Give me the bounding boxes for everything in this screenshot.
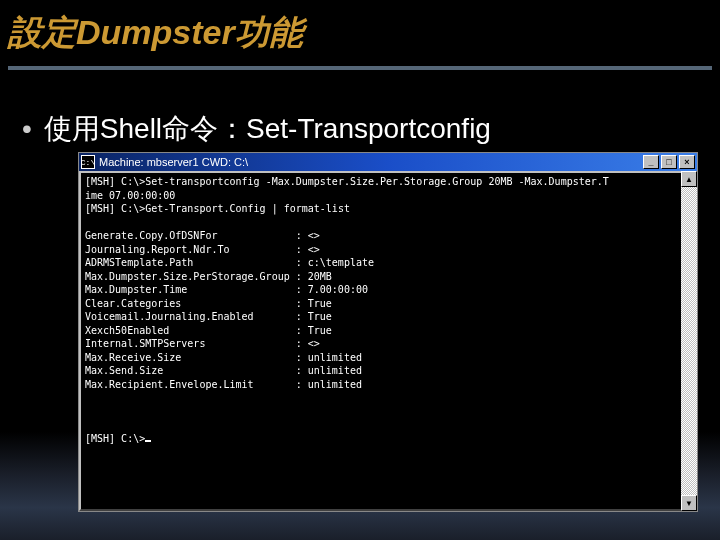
close-button[interactable]: × (679, 155, 695, 169)
slide-title: 設定Dumpster功能 (0, 0, 720, 56)
minimize-button[interactable]: _ (643, 155, 659, 169)
window-titlebar[interactable]: C:\ Machine: mbserver1 CWD: C:\ _ □ × (79, 153, 697, 171)
console-body[interactable]: [MSH] C:\>Set-transportconfig -Max.Dumps… (79, 171, 697, 511)
cmd2: Get-Transport.Config | format-list (145, 203, 350, 214)
cmd1: Set-transportconfig -Max.Dumpster.Size.P… (145, 176, 609, 187)
bullet-dot-icon: • (22, 113, 32, 144)
bullet-line: •使用Shell命令：Set-Transportconfig (0, 70, 720, 148)
scroll-track[interactable] (681, 187, 697, 495)
bullet-cmd: Set-Transportconfig (246, 113, 491, 144)
cursor-icon (145, 440, 151, 442)
cmd1-wrap: ime 07.00:00:00 (85, 190, 175, 201)
console-window: C:\ Machine: mbserver1 CWD: C:\ _ □ × [M… (78, 152, 698, 512)
scrollbar-vertical[interactable]: ▲ ▼ (681, 171, 697, 511)
maximize-button[interactable]: □ (661, 155, 677, 169)
prompt: [MSH] C:\> (85, 176, 145, 187)
slide-root: 設定Dumpster功能 •使用Shell命令：Set-Transportcon… (0, 0, 720, 540)
bullet-prefix: 使用Shell命令： (44, 113, 246, 144)
prompt: [MSH] C:\> (85, 203, 145, 214)
window-buttons: _ □ × (643, 155, 695, 169)
window-title-text: Machine: mbserver1 CWD: C:\ (99, 156, 643, 168)
final-prompt: [MSH] C:\> (85, 433, 145, 444)
config-block: Generate.Copy.OfDSNFor : <> Journaling.R… (85, 229, 691, 391)
console-icon: C:\ (81, 155, 95, 169)
scroll-down-button[interactable]: ▼ (681, 495, 697, 511)
scroll-up-button[interactable]: ▲ (681, 171, 697, 187)
